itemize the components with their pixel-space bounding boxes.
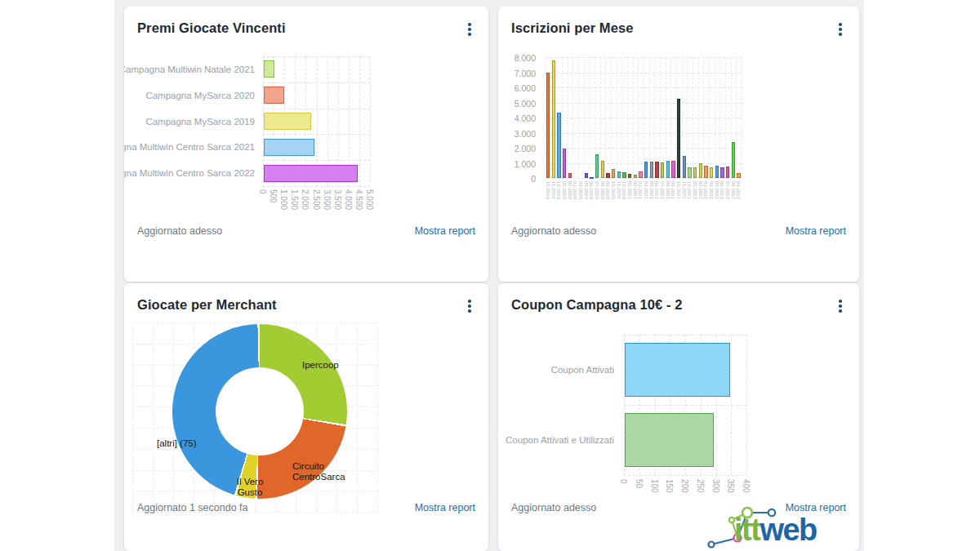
bar[interactable] xyxy=(568,173,572,178)
y-axis-tick-label: 6.000 xyxy=(498,83,536,93)
bar[interactable] xyxy=(671,161,675,178)
kebab-menu-icon[interactable] xyxy=(464,299,475,313)
bar[interactable] xyxy=(655,162,658,178)
mostra-report-link[interactable]: Mostra report xyxy=(415,225,475,237)
bar[interactable] xyxy=(264,87,284,104)
bar[interactable] xyxy=(625,413,714,467)
card-title: Premi Giocate Vincenti xyxy=(137,20,286,36)
gridline-vertical xyxy=(600,57,601,178)
x-axis-category-label: 05-2022 xyxy=(715,181,719,199)
gridline-vertical xyxy=(638,57,639,178)
bar[interactable] xyxy=(617,171,621,178)
x-axis-category-label: 10-2021 xyxy=(676,181,681,199)
gridline-horizontal xyxy=(263,56,370,57)
gridline-horizontal xyxy=(132,322,379,323)
bar[interactable] xyxy=(590,177,593,179)
bar[interactable] xyxy=(563,149,566,178)
bar[interactable] xyxy=(634,175,637,178)
gridline-vertical xyxy=(611,57,612,178)
x-axis-tick-label: 1.500 xyxy=(290,189,298,210)
bar[interactable] xyxy=(625,343,730,397)
x-axis-category-label: 07-2022 xyxy=(725,181,730,199)
updated-text: Aggiornato 1 secondo fa xyxy=(137,502,248,513)
donut-hole xyxy=(216,367,304,455)
gridline-vertical xyxy=(132,322,133,512)
bar[interactable] xyxy=(595,154,599,178)
kebab-menu-icon[interactable] xyxy=(835,299,846,313)
card-footer: Aggiornato adesso Mostra report xyxy=(511,225,846,237)
bar[interactable] xyxy=(720,167,724,178)
x-axis-category-label: 02-2021 xyxy=(633,181,638,199)
x-axis-tick-label: 5.000 xyxy=(365,189,373,210)
mostra-report-link[interactable]: Mostra report xyxy=(415,502,475,513)
bar[interactable] xyxy=(585,173,588,178)
bar[interactable] xyxy=(622,172,626,178)
gridline-vertical xyxy=(377,322,378,512)
x-axis-tick-label: 2.000 xyxy=(301,189,309,210)
x-axis-category-label: 04-2020 xyxy=(578,181,583,199)
gridline-vertical xyxy=(670,57,671,178)
updated-text: Aggiornato adesso xyxy=(511,502,596,513)
x-axis-category-label: 06-2020 xyxy=(589,181,594,199)
x-axis-category-label: 08-2022 xyxy=(731,181,736,199)
gridline-vertical xyxy=(666,57,666,178)
bar[interactable] xyxy=(557,113,560,178)
x-axis-category-label: 01-2021 xyxy=(627,181,632,199)
bar[interactable] xyxy=(688,167,691,178)
bar[interactable] xyxy=(699,163,702,178)
bar[interactable] xyxy=(677,99,680,178)
y-axis-tick-label: 5.000 xyxy=(498,99,536,109)
x-axis-tick-label: 3.500 xyxy=(333,189,341,210)
bar[interactable] xyxy=(601,161,604,178)
x-axis-tick-label: 350 xyxy=(726,479,734,493)
bar[interactable] xyxy=(264,139,314,156)
bar[interactable] xyxy=(639,171,642,178)
x-axis-category-label: 10-2019 xyxy=(546,181,550,199)
x-axis-tick-label: 150 xyxy=(665,479,673,493)
bar[interactable] xyxy=(661,162,664,178)
bar[interactable] xyxy=(546,73,550,178)
card-giocate-per-merchant: Giocate per Merchant Ipercoop Circuito C… xyxy=(124,283,488,551)
x-axis-category-label: 04-2021 xyxy=(644,181,648,199)
gridline-vertical xyxy=(621,57,622,178)
bar[interactable] xyxy=(552,60,555,178)
bar[interactable] xyxy=(693,167,697,178)
gridline-vertical xyxy=(633,57,634,178)
bar[interactable] xyxy=(628,174,631,178)
bar[interactable] xyxy=(737,173,740,178)
kebab-menu-icon[interactable] xyxy=(464,22,475,37)
x-axis-tick-label: 200 xyxy=(680,479,688,493)
bar[interactable] xyxy=(710,167,713,178)
x-axis-tick-label: 0 xyxy=(258,189,266,194)
gridline-horizontal xyxy=(263,186,370,187)
x-axis-category-label: 05-2021 xyxy=(649,181,654,199)
bar[interactable] xyxy=(650,162,653,178)
x-axis-category-label: 12-2021 xyxy=(687,181,692,199)
gridline-vertical xyxy=(698,57,699,178)
gridline-vertical xyxy=(572,57,573,178)
bar[interactable] xyxy=(666,161,670,178)
x-axis-tick-label: 250 xyxy=(696,479,704,493)
bar[interactable] xyxy=(264,165,358,182)
mostra-report-link[interactable]: Mostra report xyxy=(786,225,846,237)
bar[interactable] xyxy=(606,173,609,178)
gridline-vertical xyxy=(153,322,154,512)
bar[interactable] xyxy=(715,166,719,178)
bar[interactable] xyxy=(726,167,729,178)
x-axis-category-label: 01-2022 xyxy=(693,181,697,199)
bar[interactable] xyxy=(704,166,707,178)
bar[interactable] xyxy=(683,156,686,178)
x-axis-category-label: 06-2022 xyxy=(719,181,724,199)
gridline-horizontal xyxy=(263,82,370,83)
bar[interactable] xyxy=(264,60,274,78)
bar[interactable] xyxy=(644,162,648,178)
bar[interactable] xyxy=(264,113,311,130)
bar[interactable] xyxy=(732,142,735,178)
kebab-menu-icon[interactable] xyxy=(835,22,846,37)
bar[interactable] xyxy=(612,169,615,178)
y-axis-tick-label: 2.000 xyxy=(498,144,536,153)
gridline-vertical xyxy=(357,322,358,512)
category-label: Campagna Multiwin Centro Sarca 2021 xyxy=(124,141,255,153)
x-axis-category-label: 12-2020 xyxy=(621,181,626,199)
x-axis-category-label: 03-2021 xyxy=(638,181,643,199)
